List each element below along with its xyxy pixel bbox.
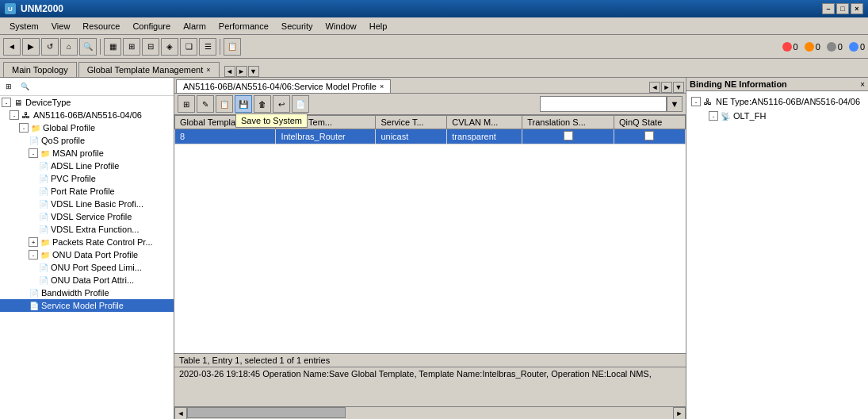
toolbar-search-btn[interactable]: 🔍 [79,38,97,56]
edit-btn[interactable]: ✎ [197,95,214,113]
col-service-type: Service T... [376,116,447,129]
tab-main-topology[interactable]: Main Topology [3,62,77,77]
sidebar-expand-btn[interactable]: ⊞ [2,79,16,94]
scroll-left-btn[interactable]: ◄ [174,407,187,420]
sidebar-item-onu-data-port-attri-label: ONU Data Port Attri... [51,275,134,285]
sidebar-collapse-btn[interactable]: 🔍 [17,79,32,94]
alarm-info-icon [849,42,858,52]
scroll-right-btn[interactable]: ► [673,407,686,420]
expand-devicetype[interactable]: - [2,98,11,107]
menu-performance[interactable]: Performance [212,20,275,33]
sidebar-item-onu-data-port[interactable]: - 📁 ONU Data Port Profile [0,248,174,261]
expand-global-profile[interactable]: - [19,123,29,133]
toolbar-back-btn[interactable]: ◄ [3,38,21,56]
sidebar-item-an5116[interactable]: - 🖧 AN5116-06B/AN5516-04/06 [0,109,174,121]
sidebar-item-vdsl-service[interactable]: 📄 VDSL Service Profile [0,210,174,223]
right-tree-child-icon: 📡 [720,110,731,121]
sidebar-item-port-rate-profile[interactable]: 📄 Port Rate Profile [0,185,174,198]
expand-right-child[interactable]: - [709,111,718,121]
sidebar-item-devicetype[interactable]: - 🖥 DeviceType [0,96,174,109]
sidebar-item-service-model[interactable]: 📄 Service Model Profile [0,299,174,312]
sidebar-item-msan-profile[interactable]: - 📁 MSAN profile [0,147,174,160]
expand-an5116[interactable]: - [10,110,19,120]
expand-msan-profile[interactable]: - [29,148,38,158]
search-dropdown-btn[interactable]: ▼ [667,96,683,112]
sidebar-item-adsl-line-label: ADSL Line Profile [51,161,119,171]
inner-nav-left[interactable]: ◄ [649,82,660,93]
translation-state-checkbox[interactable] [564,131,573,140]
inner-nav-right[interactable]: ► [661,82,672,93]
sidebar-item-onu-data-port-attri[interactable]: 📄 ONU Data Port Attri... [0,274,174,286]
save-to-system-btn[interactable]: 💾 Save to System [235,95,252,113]
right-panel-close-btn[interactable]: × [860,80,865,89]
close-button[interactable]: × [851,3,863,14]
menu-alarm[interactable]: Alarm [177,20,212,33]
sidebar-item-vdsl-basic[interactable]: 📄 VDSL Line Basic Profi... [0,198,174,210]
toolbar-btn2[interactable]: ⊞ [123,38,140,56]
print-btn[interactable]: 📄 [292,95,309,113]
tab-global-template-close[interactable]: × [206,66,210,74]
expand-onu-data-port[interactable]: - [29,250,38,259]
table-row[interactable]: 8 Intelbras_Router unicast transparent [175,129,686,144]
tab-nav-left[interactable]: ◄ [224,66,235,77]
menu-system[interactable]: System [3,20,45,33]
menu-resource[interactable]: Resource [76,20,126,33]
copy-btn[interactable]: 📋 [216,95,233,113]
toolbar-btn5[interactable]: ❑ [180,38,197,56]
sidebar-item-onu-data-port-label: ONU Data Port Profile [52,250,138,259]
inner-nav-down[interactable]: ▼ [673,82,684,93]
sidebar-item-bandwidth-profile[interactable]: 📄 Bandwidth Profile [0,286,174,299]
menu-configure[interactable]: Configure [126,20,177,33]
tab-global-template[interactable]: Global Template Management × [78,62,220,77]
toolbar-sep1 [100,39,101,55]
packets-rate-icon: 📁 [40,236,51,248]
menu-help[interactable]: Help [363,20,394,33]
add-btn[interactable]: ⊞ [178,95,195,113]
delete-btn[interactable]: 🗑 [254,95,271,113]
alarm-major-icon [805,42,814,52]
port-rate-profile-icon: 📄 [38,186,49,197]
toolbar-btn6[interactable]: ☰ [199,38,216,56]
expand-right-root[interactable]: - [691,97,701,106]
onu-port-speed-icon: 📄 [38,262,49,273]
maximize-button[interactable]: □ [836,3,849,14]
undo-btn[interactable]: ↩ [273,95,290,113]
minimize-button[interactable]: – [822,3,835,14]
expand-packets-rate[interactable]: + [29,237,38,247]
sidebar-item-devicetype-label: DeviceType [25,98,71,107]
main-layout: ⊞ 🔍 - 🖥 DeviceType - 🖧 AN5116-06B/AN5516… [0,78,868,419]
menu-view[interactable]: View [45,20,77,33]
toolbar-fwd-btn[interactable]: ▶ [22,38,40,56]
qinq-state-checkbox[interactable] [644,131,654,140]
toolbar-home-btn[interactable]: ⌂ [60,38,78,56]
log-area: 2020-03-26 19:18:45 Operation Name:Save … [174,367,686,406]
menu-security[interactable]: Security [275,20,319,33]
scroll-track[interactable] [187,407,673,420]
cell-template-name: Intelbras_Router [276,129,376,144]
toolbar-btn4[interactable]: ◈ [161,38,178,56]
sidebar: ⊞ 🔍 - 🖥 DeviceType - 🖧 AN5116-06B/AN5516… [0,78,174,419]
onu-data-port-icon: 📁 [40,249,51,260]
right-tree-child[interactable]: - 📡 OLT_FH [690,109,865,123]
inner-tab-service-model[interactable]: AN5116-06B/AN5516-04/06:Service Model Pr… [176,79,391,93]
menu-window[interactable]: Window [319,20,363,33]
search-input[interactable] [540,96,667,112]
sidebar-item-adsl-line[interactable]: 📄 ADSL Line Profile [0,160,174,172]
toolbar-btn3[interactable]: ⊟ [142,38,159,56]
inner-tab-service-model-close[interactable]: × [380,83,384,90]
toolbar-refresh-btn[interactable]: ↺ [41,38,59,56]
toolbar-btn7[interactable]: 📋 [224,38,241,56]
pvc-profile-icon: 📄 [38,173,49,184]
scroll-thumb[interactable] [187,407,346,418]
sidebar-item-onu-port-speed[interactable]: 📄 ONU Port Speed Limi... [0,261,174,274]
cell-translation-state [522,129,614,144]
sidebar-item-global-profile[interactable]: - 📁 Global Profile [0,121,174,134]
tab-nav-right[interactable]: ► [236,66,247,77]
sidebar-item-packets-rate[interactable]: + 📁 Packets Rate Control Pr... [0,236,174,248]
toolbar-btn1[interactable]: ▦ [104,38,121,56]
right-tree-root[interactable]: - 🖧 NE Type:AN5116-06B/AN5516-04/06 [690,94,865,109]
sidebar-item-vdsl-extra[interactable]: 📄 VDSL Extra Function... [0,223,174,236]
sidebar-item-pvc-profile[interactable]: 📄 PVC Profile [0,172,174,185]
tab-nav-down[interactable]: ▼ [248,66,259,77]
sidebar-item-qos-profile[interactable]: 📄 QoS profile [0,134,174,147]
